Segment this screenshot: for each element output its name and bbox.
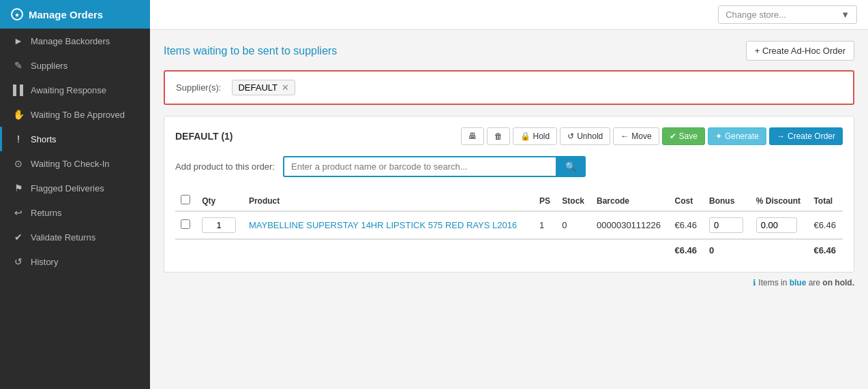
move-icon: ← <box>620 131 629 141</box>
supplier-tag-name: DEFAULT <box>238 82 278 93</box>
history-icon: ↺ <box>13 256 24 267</box>
sidebar-item-manage-backorders[interactable]: ► Manage Backorders <box>0 29 150 53</box>
move-button[interactable]: ← Move <box>613 127 659 145</box>
sidebar-item-history[interactable]: ↺ History <box>0 249 150 274</box>
totals-total: €6.46 <box>808 239 843 261</box>
sidebar-item-label: Validate Returns <box>31 232 95 243</box>
totals-discount-empty <box>751 239 809 261</box>
sidebar-item-returns[interactable]: ↩ Returns <box>0 200 150 225</box>
sidebar-item-flagged-deliveries[interactable]: ⚑ Flagged Deliveries <box>0 176 150 200</box>
sidebar-item-label: Suppliers <box>31 61 68 71</box>
manage-orders-icon: ● <box>11 8 23 20</box>
row-product-cell[interactable]: MAYBELLINE SUPERSTAY 14HR LIPSTICK 575 R… <box>243 211 534 239</box>
footer-blue-text: blue <box>790 278 807 287</box>
create-order-icon: → <box>777 131 785 141</box>
footer-note: ℹ Items in blue are on hold. <box>164 273 854 287</box>
sidebar-item-label: Manage Backorders <box>31 36 110 46</box>
sidebar-item-validate-returns[interactable]: ✔ Validate Returns <box>0 225 150 249</box>
save-check-icon: ✔ <box>670 131 676 141</box>
row-qty-cell <box>196 211 243 239</box>
awaiting-response-icon: ▌▌ <box>13 84 24 95</box>
supplier-tag-close-icon[interactable]: ✕ <box>282 82 289 93</box>
row-barcode-cell: 0000030111226 <box>591 211 670 239</box>
totals-empty <box>175 239 670 261</box>
store-select-arrow-icon: ▼ <box>841 10 850 20</box>
store-select-dropdown[interactable]: Change store... ▼ <box>718 5 857 24</box>
col-product: Product <box>243 191 534 211</box>
supplier-filter-label: Supplier(s): <box>176 82 221 93</box>
sidebar-item-label: Awaiting Response <box>31 85 106 95</box>
search-icon: 🔍 <box>565 161 576 172</box>
returns-icon: ↩ <box>13 207 24 218</box>
print-button[interactable]: 🖶 <box>461 127 484 145</box>
row-checkbox[interactable] <box>181 219 190 229</box>
col-checkbox <box>175 191 196 211</box>
generate-icon: ✦ <box>715 131 722 141</box>
sidebar-header[interactable]: ● Manage Orders <box>0 0 150 29</box>
order-toolbar: DEFAULT (1) 🖶 🗑 🔒 Hold ↺ Unhold ← Move ✔… <box>175 127 843 145</box>
sidebar-item-label: Waiting To Check-In <box>31 159 110 169</box>
col-ps: PS <box>534 191 556 211</box>
sidebar-item-suppliers[interactable]: ✎ Suppliers <box>0 53 150 78</box>
validate-icon: ✔ <box>13 232 24 243</box>
content-area: Items waiting to be sent to suppliers + … <box>150 30 868 389</box>
suppliers-icon: ✎ <box>13 60 24 71</box>
sidebar-item-label: Waiting To Be Approved <box>31 110 125 120</box>
sidebar: ● Manage Orders ► Manage Backorders ✎ Su… <box>0 0 150 389</box>
sidebar-item-awaiting-response[interactable]: ▌▌ Awaiting Response <box>0 78 150 102</box>
sidebar-item-label: Shorts <box>31 134 57 144</box>
supplier-filter-box: Supplier(s): DEFAULT ✕ <box>164 70 854 105</box>
row-total-cell: €6.46 <box>808 211 843 239</box>
generate-button[interactable]: ✦ Generate <box>708 127 766 145</box>
create-adhoc-button[interactable]: + Create Ad-Hoc Order <box>746 41 854 61</box>
footer-bold-text: on hold. <box>822 278 854 287</box>
page-header: Items waiting to be sent to suppliers + … <box>164 41 854 61</box>
col-barcode: Barcode <box>591 191 670 211</box>
row-cost-cell: €6.46 <box>670 211 704 239</box>
totals-row: €6.46 0 €6.46 <box>175 239 843 261</box>
shorts-icon: ! <box>13 134 24 144</box>
topbar: Change store... ▼ <box>150 0 868 30</box>
col-total: Total <box>808 191 843 211</box>
table-row: MAYBELLINE SUPERSTAY 14HR LIPSTICK 575 R… <box>175 211 843 239</box>
sidebar-item-label: History <box>31 257 58 267</box>
col-stock: Stock <box>556 191 591 211</box>
add-product-row: Add product to this order: 🔍 <box>175 156 843 177</box>
sidebar-item-label: Flagged Deliveries <box>31 183 104 193</box>
main-content: Change store... ▼ Items waiting to be se… <box>150 0 868 389</box>
row-qty-input[interactable] <box>202 217 236 233</box>
delete-button[interactable]: 🗑 <box>487 127 510 145</box>
col-bonus: Bonus <box>704 191 751 211</box>
hold-button[interactable]: 🔒 Hold <box>513 127 558 145</box>
totals-bonus: 0 <box>704 239 751 261</box>
create-order-button[interactable]: → Create Order <box>769 127 843 145</box>
store-select-placeholder: Change store... <box>725 10 786 20</box>
flagged-icon: ⚑ <box>13 183 24 193</box>
check-in-icon: ⊙ <box>13 158 24 169</box>
sidebar-item-waiting-to-check-in[interactable]: ⊙ Waiting To Check-In <box>0 151 150 176</box>
toolbar-buttons: 🖶 🗑 🔒 Hold ↺ Unhold ← Move ✔ Save <box>461 127 843 145</box>
row-checkbox-cell <box>175 211 196 239</box>
supplier-tag-default: DEFAULT ✕ <box>232 80 295 95</box>
backorders-icon: ► <box>13 35 24 46</box>
row-discount-input[interactable] <box>756 217 797 233</box>
product-search-button[interactable]: 🔍 <box>556 156 586 177</box>
order-title: DEFAULT (1) <box>175 131 233 142</box>
row-discount-cell <box>751 211 809 239</box>
sidebar-item-label: Returns <box>31 208 62 218</box>
save-button[interactable]: ✔ Save <box>662 127 705 145</box>
sidebar-item-waiting-to-be-approved[interactable]: ✋ Waiting To Be Approved <box>0 102 150 127</box>
order-section: DEFAULT (1) 🖶 🗑 🔒 Hold ↺ Unhold ← Move ✔… <box>164 116 854 273</box>
row-bonus-input[interactable] <box>709 217 743 233</box>
col-cost: Cost <box>670 191 704 211</box>
col-discount: % Discount <box>751 191 809 211</box>
add-product-input-group: 🔍 <box>283 156 586 177</box>
col-qty: Qty <box>196 191 243 211</box>
row-stock-cell: 0 <box>556 211 591 239</box>
add-product-input[interactable] <box>283 156 556 177</box>
unhold-button[interactable]: ↺ Unhold <box>560 127 610 145</box>
waiting-approved-icon: ✋ <box>13 109 24 120</box>
select-all-checkbox[interactable] <box>181 195 190 204</box>
page-title: Items waiting to be sent to suppliers <box>164 45 337 57</box>
sidebar-item-shorts[interactable]: ! Shorts <box>0 127 150 151</box>
